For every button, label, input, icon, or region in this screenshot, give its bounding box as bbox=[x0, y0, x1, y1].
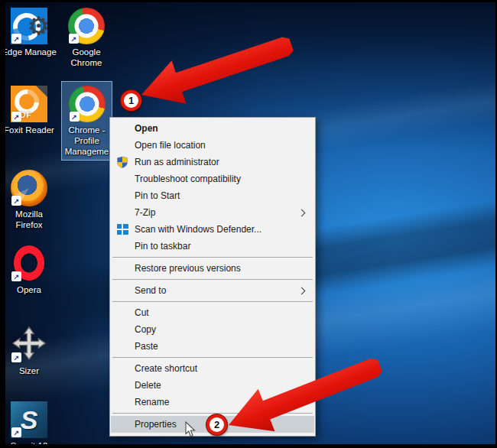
desktop-icon-foxit-reader[interactable]: PDF ↗ Foxit Reader bbox=[0, 86, 58, 135]
desktop-icon-label: Sizer bbox=[0, 365, 58, 376]
menu-item-label: Create shortcut bbox=[135, 363, 197, 374]
shortcut-arrow-icon: ↗ bbox=[11, 271, 21, 281]
desktop-icon-label: Opera bbox=[0, 284, 58, 295]
firefox-icon: ↗ bbox=[11, 170, 47, 206]
foxit-reader-icon: PDF ↗ bbox=[11, 86, 47, 122]
menu-separator bbox=[112, 279, 313, 280]
snagit-s-glyph: S bbox=[21, 401, 38, 438]
menu-item-label: Rename bbox=[135, 397, 169, 407]
screen-edge-left bbox=[0, 0, 5, 448]
desktop-icon-label: Foxit Reader bbox=[0, 125, 58, 135]
context-menu: Open Open file location Run as administr… bbox=[109, 117, 316, 437]
menu-item-label: Run as administrator bbox=[135, 157, 219, 167]
menu-item-restore-previous-versions[interactable]: Restore previous versions bbox=[111, 260, 314, 277]
menu-item-create-shortcut[interactable]: Create shortcut bbox=[111, 360, 314, 377]
desktop-icon-label: Edge Manage bbox=[0, 47, 58, 57]
menu-item-troubleshoot-compatibility[interactable]: Troubleshoot compatibility bbox=[111, 170, 314, 187]
menu-item-label: Delete bbox=[135, 380, 161, 391]
shortcut-arrow-icon: ↗ bbox=[11, 112, 21, 122]
menu-item-paste[interactable]: Paste bbox=[111, 338, 314, 355]
menu-item-label: Scan with Windows Defender... bbox=[135, 224, 261, 235]
menu-item-label: 7-Zip bbox=[135, 207, 155, 218]
desktop-icon-label: Google Chrome bbox=[63, 47, 109, 68]
menu-item-copy[interactable]: Copy bbox=[111, 321, 314, 338]
menu-item-label: Open file location bbox=[135, 140, 206, 151]
screen-edge-bottom bbox=[0, 444, 497, 448]
menu-item-7zip[interactable]: 7-Zip bbox=[111, 204, 314, 221]
gear-icon: ⚙ bbox=[28, 11, 50, 41]
desktop-icon-snagit[interactable]: S ↗ Snagit 12 bbox=[0, 401, 58, 448]
menu-item-cut[interactable]: Cut bbox=[111, 304, 314, 321]
menu-separator bbox=[112, 257, 313, 258]
windows-defender-icon bbox=[117, 224, 128, 235]
menu-separator bbox=[112, 357, 313, 358]
menu-item-open-file-location[interactable]: Open file location bbox=[111, 137, 314, 154]
shortcut-arrow-icon: ↗ bbox=[11, 427, 21, 437]
desktop-icon-chrome-profile-management[interactable]: ↗ Chrome - Profile Manageme bbox=[62, 82, 112, 160]
desktop-icon-mozilla-firefox[interactable]: ↗ Mozilla Firefox bbox=[0, 170, 58, 230]
menu-item-label: Troubleshoot compatibility bbox=[135, 174, 241, 184]
menu-item-label: Cut bbox=[135, 307, 149, 318]
menu-item-run-as-administrator[interactable]: Run as administrator bbox=[111, 154, 314, 170]
menu-item-label: Open bbox=[135, 123, 158, 134]
desktop-icon-sizer[interactable]: ↗ Sizer bbox=[0, 325, 58, 376]
menu-item-pin-to-taskbar[interactable]: Pin to taskbar bbox=[111, 238, 314, 255]
menu-item-label: Properties bbox=[135, 419, 177, 430]
menu-item-pin-to-start[interactable]: Pin to Start bbox=[111, 187, 314, 204]
shortcut-arrow-icon: ↗ bbox=[69, 34, 79, 44]
snagit-icon: S ↗ bbox=[11, 401, 47, 438]
desktop-icon-label: Mozilla Firefox bbox=[6, 209, 52, 230]
menu-item-label: Pin to taskbar bbox=[135, 241, 190, 252]
desktop-icon-opera[interactable]: ↗ Opera bbox=[0, 245, 58, 295]
desktop-icon-label: Chrome - Profile Manageme bbox=[65, 125, 109, 157]
submenu-chevron-icon bbox=[298, 209, 306, 217]
step-2-badge: 2 bbox=[206, 414, 227, 435]
sizer-icon: ↗ bbox=[11, 326, 47, 363]
menu-item-label: Restore previous versions bbox=[135, 263, 241, 274]
desktop-icon-edge-manage[interactable]: ⚙ ↗ Edge Manage bbox=[0, 8, 58, 57]
menu-item-delete[interactable]: Delete bbox=[111, 377, 314, 394]
shortcut-arrow-icon: ↗ bbox=[11, 196, 21, 206]
chrome-logo-icon: ↗ bbox=[68, 8, 105, 44]
submenu-chevron-icon bbox=[298, 287, 306, 295]
screen-edge-top bbox=[0, 0, 497, 2]
menu-item-label: Paste bbox=[135, 341, 158, 352]
shortcut-arrow-icon: ↗ bbox=[11, 352, 21, 362]
chrome-logo-icon: ↗ bbox=[69, 86, 106, 122]
menu-item-scan-with-windows-defender[interactable]: Scan with Windows Defender... bbox=[111, 221, 314, 238]
mouse-cursor-icon bbox=[184, 421, 197, 438]
step-1-badge: 1 bbox=[121, 90, 141, 111]
menu-item-label: Send to bbox=[135, 285, 166, 296]
menu-separator bbox=[112, 301, 313, 302]
menu-item-send-to[interactable]: Send to bbox=[111, 282, 314, 299]
shortcut-arrow-icon: ↗ bbox=[11, 34, 21, 44]
desktop-screen: ⚙ ↗ Edge Manage ↗ Google Chrome PDF ↗ Fo… bbox=[0, 0, 497, 448]
opera-icon: ↗ bbox=[11, 245, 47, 282]
menu-item-open[interactable]: Open bbox=[111, 120, 314, 137]
uac-shield-icon bbox=[116, 156, 128, 168]
menu-item-label: Pin to Start bbox=[135, 190, 180, 201]
menu-item-label: Copy bbox=[135, 324, 156, 335]
shortcut-arrow-icon: ↗ bbox=[70, 112, 80, 122]
edge-manage-icon: ⚙ ↗ bbox=[11, 8, 47, 44]
desktop-icon-google-chrome[interactable]: ↗ Google Chrome bbox=[57, 8, 115, 68]
